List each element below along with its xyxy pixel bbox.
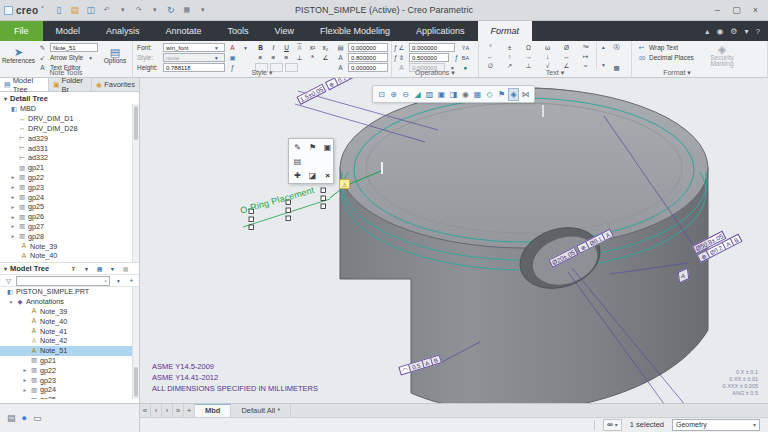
underline-button[interactable]: U (281, 43, 292, 52)
tree-item-gp21[interactable]: ▥gp21 (0, 163, 139, 173)
copy-note-icon[interactable]: ▣ (321, 141, 334, 153)
tab-annotate[interactable]: Annotate (153, 21, 215, 41)
clear-filter-icon[interactable]: × (100, 276, 111, 285)
kerning-button[interactable]: ª (307, 53, 318, 62)
decimal-places-button[interactable]: .00 Decimal Places (636, 53, 700, 62)
tree-columns-icon[interactable]: ▤ (94, 264, 105, 273)
case-toggle-icon[interactable]: ŸA (460, 43, 471, 52)
blank-panel-icon[interactable]: ▭ (33, 413, 42, 423)
text-color-button[interactable]: A (227, 43, 238, 52)
slant-angle-input[interactable] (348, 43, 388, 52)
font-select[interactable]: win_font▾ (163, 43, 225, 52)
superscript-button[interactable]: x² (307, 43, 318, 52)
line-space-input[interactable] (409, 53, 449, 62)
filter-dropdown-icon[interactable]: ▾ (113, 276, 124, 285)
tree-item-ad331[interactable]: ⊢ad331 (0, 143, 139, 153)
settings-gear-icon[interactable]: ⚙ (730, 27, 737, 36)
rotate-angle-input[interactable] (409, 43, 455, 52)
datum-display-icon[interactable]: ◇ (484, 88, 495, 101)
slant-toggle-button[interactable]: ∠ (320, 53, 331, 62)
first-state-icon[interactable]: « (140, 404, 151, 417)
state-tab-default-all[interactable]: Default All * (231, 404, 291, 417)
note-asme-y14-41[interactable]: ASME Y14.41-2012 (152, 372, 318, 383)
tab-tools[interactable]: Tools (215, 21, 262, 41)
zoom-out-icon[interactable]: ⊖ (400, 88, 411, 101)
tab-model[interactable]: Model (43, 21, 94, 41)
move-leader-icon[interactable]: ⚑ (306, 141, 319, 153)
new-icon[interactable]: ▯ (52, 3, 66, 17)
tree-item-gp21[interactable]: ▥gp21 (0, 356, 139, 366)
user-icon[interactable]: ◉ (716, 27, 723, 36)
last-state-icon[interactable]: » (173, 404, 184, 417)
expand-icon[interactable]: ▸ (10, 174, 16, 180)
symbol-arrow-left[interactable]: ← (481, 52, 500, 61)
saved-orientation-icon[interactable]: ◈ (508, 88, 519, 101)
symbol-degree[interactable]: ° (481, 43, 500, 52)
copy-style-icon[interactable]: ▣ (227, 53, 238, 62)
annotation-display-icon[interactable]: ⚑ (496, 88, 507, 101)
expand-icon[interactable]: ▸ (10, 223, 16, 229)
tree-item-ad332[interactable]: ⊢ad332 (0, 153, 139, 163)
tree-item-drv-dim-d28[interactable]: ↔DRV_DIM_D28 (0, 124, 139, 134)
tab-analysis[interactable]: Analysis (93, 21, 153, 41)
add-filter-icon[interactable]: + (126, 276, 137, 285)
expand-icon[interactable]: ▸ (22, 387, 28, 393)
regenerate-icon[interactable]: ↻ (164, 3, 178, 17)
char-space-input[interactable] (348, 53, 388, 62)
collapse-icon[interactable]: ▾ (8, 299, 14, 305)
note-asme-y14-5[interactable]: ASME Y14.5-2009 (152, 361, 318, 372)
tree-item-gp23[interactable]: ▸▥gp23 (0, 375, 139, 385)
symbol-arrow-right[interactable]: → (519, 52, 538, 61)
standard-notes[interactable]: ASME Y14.5-2009 ASME Y14.41-2012 ALL DIM… (152, 361, 318, 394)
symbol-plusminus[interactable]: ± (500, 43, 519, 52)
symbol-omega[interactable]: Ω (519, 43, 538, 52)
tab-view[interactable]: View (262, 21, 307, 41)
symbols-scroll-up-icon[interactable]: ▴ (598, 42, 609, 51)
undo-icon[interactable]: ↶ (100, 3, 114, 17)
delete-note-icon[interactable]: × (321, 169, 334, 181)
restore-button[interactable]: ▢ (728, 3, 745, 17)
align-center-button[interactable]: ≡ (268, 53, 279, 62)
subscript-button[interactable]: x₂ (320, 43, 331, 52)
expand-icon[interactable]: ▸ (10, 194, 16, 200)
tree-item-gp27[interactable]: ▸▥gp27 (0, 222, 139, 232)
tab-applications[interactable]: Applications (403, 21, 478, 41)
note-units[interactable]: ALL DIMENSIONS SPECIFIED IN MILLIMETERS (152, 383, 318, 394)
erase-note-icon[interactable]: ◪ (306, 169, 319, 181)
tree-toggle-icon[interactable]: ▤ (7, 413, 16, 423)
tree-item-gp28[interactable]: ▸▥gp28 (0, 231, 139, 241)
undo-dropdown-icon[interactable]: ▾ (116, 3, 130, 17)
tree-item-note-39[interactable]: ANote_39 (0, 307, 139, 317)
tree-item-ad329[interactable]: ⊢ad329 (0, 133, 139, 143)
model-tree-scrollbar[interactable] (132, 287, 139, 399)
tree-item-gp22[interactable]: ▸▥gp22 (0, 173, 139, 183)
piston-top-face[interactable] (340, 88, 708, 248)
tree-item-gp23[interactable]: ▸▥gp23 (0, 182, 139, 192)
save-icon[interactable]: ◫ (84, 3, 98, 17)
capture-icon[interactable]: ◉ (460, 88, 471, 101)
symbol-arrow-bar[interactable]: ↦ (576, 52, 595, 61)
zoom-in-icon[interactable]: ⊕ (388, 88, 399, 101)
vertical-align-button[interactable]: ⊥ (294, 53, 305, 62)
expand-icon[interactable]: ▸ (22, 377, 28, 383)
tree-item-note-42[interactable]: ANote_42 (0, 336, 139, 346)
tab-format[interactable]: Format (478, 21, 533, 41)
text-color-dropdown-icon[interactable]: ▾ (240, 43, 251, 52)
expand-icon[interactable]: ▸ (22, 397, 28, 399)
tree-item-note-39[interactable]: ANote_39 (0, 241, 139, 251)
note-style-icon[interactable]: ▤ (291, 155, 304, 167)
model-tree-collapse-icon[interactable]: ▾ (4, 265, 7, 272)
tree-item-gp25[interactable]: ▸▥gp25 (0, 395, 139, 399)
tree-columns-dropdown-icon[interactable]: ▾ (107, 264, 118, 273)
redo-dropdown-icon[interactable]: ▾ (148, 3, 162, 17)
windows-icon[interactable]: ▦ (180, 3, 194, 17)
minimize-button[interactable]: – (709, 3, 726, 17)
web-browser-icon[interactable]: ● (22, 413, 27, 423)
tree-item-mbd[interactable]: ◧MBD (0, 104, 139, 114)
expand-icon[interactable]: ▸ (22, 367, 28, 373)
display-style-icon[interactable]: ▦ (472, 88, 483, 101)
settings-dropdown-icon[interactable]: ▾ (745, 27, 749, 36)
add-state-icon[interactable]: + (184, 404, 195, 417)
collapse-ribbon-icon[interactable]: ▴ (705, 27, 709, 36)
tree-item-note-51-selected[interactable]: ANote_51 (0, 346, 139, 356)
